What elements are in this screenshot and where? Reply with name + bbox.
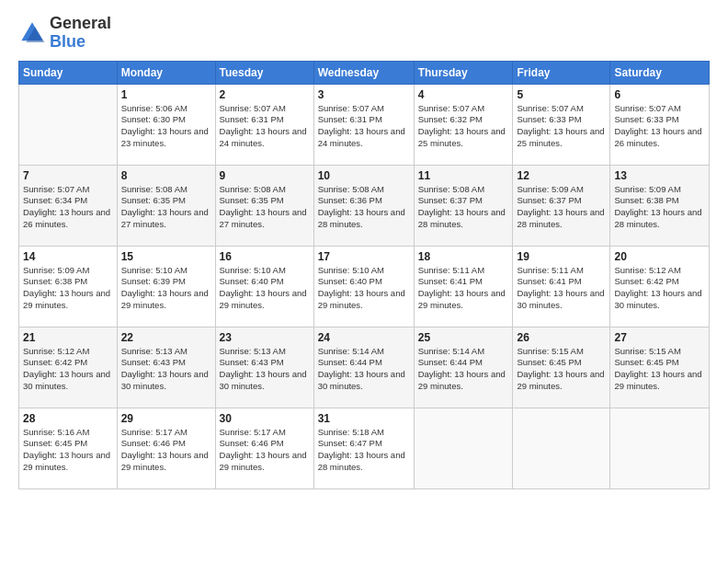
day-number: 20 bbox=[614, 250, 705, 263]
cell-info: Sunrise: 5:07 AMSunset: 6:33 PMDaylight:… bbox=[614, 103, 705, 150]
cell-info: Sunrise: 5:13 AMSunset: 6:43 PMDaylight:… bbox=[220, 346, 310, 393]
cell-info: Sunrise: 5:07 AMSunset: 6:31 PMDaylight:… bbox=[318, 103, 410, 150]
cell-info: Sunrise: 5:12 AMSunset: 6:42 PMDaylight:… bbox=[23, 346, 113, 393]
day-number: 29 bbox=[121, 412, 211, 425]
day-number: 15 bbox=[121, 250, 211, 263]
cell-info: Sunrise: 5:06 AMSunset: 6:30 PMDaylight:… bbox=[121, 103, 211, 150]
day-number: 10 bbox=[318, 169, 410, 182]
calendar-cell: 5Sunrise: 5:07 AMSunset: 6:33 PMDaylight… bbox=[513, 84, 610, 165]
calendar-cell: 28Sunrise: 5:16 AMSunset: 6:45 PMDayligh… bbox=[19, 408, 118, 488]
calendar-cell: 12Sunrise: 5:09 AMSunset: 6:37 PMDayligh… bbox=[513, 165, 610, 246]
day-number: 23 bbox=[220, 331, 310, 344]
day-number: 17 bbox=[318, 250, 410, 263]
day-number: 9 bbox=[220, 169, 310, 182]
calendar-cell bbox=[513, 408, 610, 488]
calendar-cell: 23Sunrise: 5:13 AMSunset: 6:43 PMDayligh… bbox=[215, 327, 313, 408]
calendar-cell: 31Sunrise: 5:18 AMSunset: 6:47 PMDayligh… bbox=[313, 408, 414, 488]
day-number: 25 bbox=[418, 331, 509, 344]
weekday-header-thursday: Thursday bbox=[414, 61, 513, 84]
cell-info: Sunrise: 5:13 AMSunset: 6:43 PMDaylight:… bbox=[121, 346, 211, 393]
weekday-header-friday: Friday bbox=[513, 61, 610, 84]
day-number: 1 bbox=[121, 88, 211, 101]
weekday-header-wednesday: Wednesday bbox=[313, 61, 414, 84]
calendar-cell: 13Sunrise: 5:09 AMSunset: 6:38 PMDayligh… bbox=[610, 165, 710, 246]
day-number: 14 bbox=[23, 250, 113, 263]
cell-info: Sunrise: 5:07 AMSunset: 6:31 PMDaylight:… bbox=[220, 103, 310, 150]
calendar-cell bbox=[19, 84, 118, 165]
day-number: 26 bbox=[517, 331, 606, 344]
cell-info: Sunrise: 5:08 AMSunset: 6:35 PMDaylight:… bbox=[220, 184, 310, 231]
calendar-cell: 22Sunrise: 5:13 AMSunset: 6:43 PMDayligh… bbox=[117, 327, 215, 408]
day-number: 8 bbox=[121, 169, 211, 182]
day-number: 31 bbox=[318, 412, 410, 425]
logo-text: General Blue bbox=[50, 15, 111, 52]
calendar-cell: 4Sunrise: 5:07 AMSunset: 6:32 PMDaylight… bbox=[414, 84, 513, 165]
cell-info: Sunrise: 5:15 AMSunset: 6:45 PMDaylight:… bbox=[517, 346, 606, 393]
calendar-cell: 11Sunrise: 5:08 AMSunset: 6:37 PMDayligh… bbox=[414, 165, 513, 246]
calendar-cell: 24Sunrise: 5:14 AMSunset: 6:44 PMDayligh… bbox=[313, 327, 414, 408]
calendar-cell: 29Sunrise: 5:17 AMSunset: 6:46 PMDayligh… bbox=[117, 408, 215, 488]
calendar-cell: 16Sunrise: 5:10 AMSunset: 6:40 PMDayligh… bbox=[215, 246, 313, 327]
day-number: 11 bbox=[418, 169, 509, 182]
cell-info: Sunrise: 5:07 AMSunset: 6:34 PMDaylight:… bbox=[23, 184, 113, 231]
calendar-cell: 3Sunrise: 5:07 AMSunset: 6:31 PMDaylight… bbox=[313, 84, 414, 165]
day-number: 12 bbox=[517, 169, 606, 182]
cell-info: Sunrise: 5:16 AMSunset: 6:45 PMDaylight:… bbox=[23, 427, 113, 474]
logo: General Blue bbox=[18, 15, 111, 52]
week-row-4: 21Sunrise: 5:12 AMSunset: 6:42 PMDayligh… bbox=[19, 327, 710, 408]
calendar-cell: 21Sunrise: 5:12 AMSunset: 6:42 PMDayligh… bbox=[19, 327, 118, 408]
weekday-header-sunday: Sunday bbox=[19, 61, 118, 84]
day-number: 30 bbox=[220, 412, 310, 425]
day-number: 4 bbox=[418, 88, 509, 101]
cell-info: Sunrise: 5:15 AMSunset: 6:45 PMDaylight:… bbox=[614, 346, 705, 393]
cell-info: Sunrise: 5:14 AMSunset: 6:44 PMDaylight:… bbox=[318, 346, 410, 393]
cell-info: Sunrise: 5:08 AMSunset: 6:36 PMDaylight:… bbox=[318, 184, 410, 231]
calendar-cell: 17Sunrise: 5:10 AMSunset: 6:40 PMDayligh… bbox=[313, 246, 414, 327]
day-number: 7 bbox=[23, 169, 113, 182]
cell-info: Sunrise: 5:10 AMSunset: 6:39 PMDaylight:… bbox=[121, 265, 211, 312]
cell-info: Sunrise: 5:09 AMSunset: 6:38 PMDaylight:… bbox=[23, 265, 113, 312]
week-row-5: 28Sunrise: 5:16 AMSunset: 6:45 PMDayligh… bbox=[19, 408, 710, 488]
day-number: 19 bbox=[517, 250, 606, 263]
calendar-cell: 19Sunrise: 5:11 AMSunset: 6:41 PMDayligh… bbox=[513, 246, 610, 327]
calendar: SundayMondayTuesdayWednesdayThursdayFrid… bbox=[18, 61, 710, 489]
weekday-header-monday: Monday bbox=[117, 61, 215, 84]
day-number: 13 bbox=[614, 169, 705, 182]
week-row-1: 1Sunrise: 5:06 AMSunset: 6:30 PMDaylight… bbox=[19, 84, 710, 165]
calendar-cell bbox=[414, 408, 513, 488]
cell-info: Sunrise: 5:17 AMSunset: 6:46 PMDaylight:… bbox=[121, 427, 211, 474]
cell-info: Sunrise: 5:10 AMSunset: 6:40 PMDaylight:… bbox=[318, 265, 410, 312]
cell-info: Sunrise: 5:18 AMSunset: 6:47 PMDaylight:… bbox=[318, 427, 410, 474]
cell-info: Sunrise: 5:10 AMSunset: 6:40 PMDaylight:… bbox=[220, 265, 310, 312]
cell-info: Sunrise: 5:07 AMSunset: 6:32 PMDaylight:… bbox=[418, 103, 509, 150]
weekday-header-tuesday: Tuesday bbox=[215, 61, 313, 84]
calendar-cell bbox=[610, 408, 710, 488]
day-number: 6 bbox=[614, 88, 705, 101]
cell-info: Sunrise: 5:08 AMSunset: 6:37 PMDaylight:… bbox=[418, 184, 509, 231]
calendar-cell: 25Sunrise: 5:14 AMSunset: 6:44 PMDayligh… bbox=[414, 327, 513, 408]
day-number: 16 bbox=[220, 250, 310, 263]
calendar-cell: 27Sunrise: 5:15 AMSunset: 6:45 PMDayligh… bbox=[610, 327, 710, 408]
calendar-cell: 26Sunrise: 5:15 AMSunset: 6:45 PMDayligh… bbox=[513, 327, 610, 408]
day-number: 21 bbox=[23, 331, 113, 344]
calendar-cell: 1Sunrise: 5:06 AMSunset: 6:30 PMDaylight… bbox=[117, 84, 215, 165]
day-number: 18 bbox=[418, 250, 509, 263]
calendar-cell: 8Sunrise: 5:08 AMSunset: 6:35 PMDaylight… bbox=[117, 165, 215, 246]
calendar-cell: 9Sunrise: 5:08 AMSunset: 6:35 PMDaylight… bbox=[215, 165, 313, 246]
week-row-3: 14Sunrise: 5:09 AMSunset: 6:38 PMDayligh… bbox=[19, 246, 710, 327]
calendar-cell: 6Sunrise: 5:07 AMSunset: 6:33 PMDaylight… bbox=[610, 84, 710, 165]
cell-info: Sunrise: 5:09 AMSunset: 6:37 PMDaylight:… bbox=[517, 184, 606, 231]
weekday-header-saturday: Saturday bbox=[610, 61, 710, 84]
cell-info: Sunrise: 5:14 AMSunset: 6:44 PMDaylight:… bbox=[418, 346, 509, 393]
calendar-cell: 18Sunrise: 5:11 AMSunset: 6:41 PMDayligh… bbox=[414, 246, 513, 327]
calendar-cell: 15Sunrise: 5:10 AMSunset: 6:39 PMDayligh… bbox=[117, 246, 215, 327]
calendar-cell: 20Sunrise: 5:12 AMSunset: 6:42 PMDayligh… bbox=[610, 246, 710, 327]
day-number: 5 bbox=[517, 88, 606, 101]
day-number: 28 bbox=[23, 412, 113, 425]
cell-info: Sunrise: 5:09 AMSunset: 6:38 PMDaylight:… bbox=[614, 184, 705, 231]
day-number: 2 bbox=[220, 88, 310, 101]
day-number: 22 bbox=[121, 331, 211, 344]
calendar-header-row: SundayMondayTuesdayWednesdayThursdayFrid… bbox=[19, 61, 710, 84]
page: General Blue SundayMondayTuesdayWednesda… bbox=[0, 0, 728, 563]
cell-info: Sunrise: 5:11 AMSunset: 6:41 PMDaylight:… bbox=[418, 265, 509, 312]
